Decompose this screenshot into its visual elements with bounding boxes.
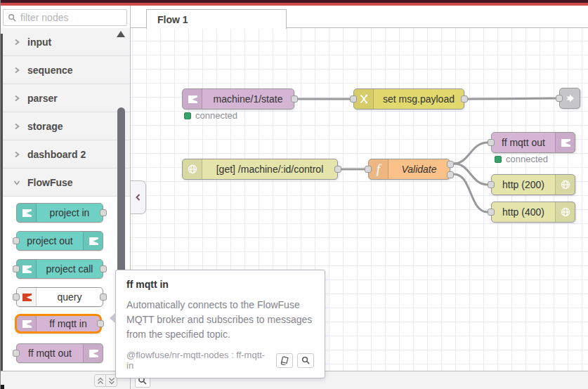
input-port	[13, 237, 20, 244]
category-label: parser	[27, 93, 58, 104]
status-text: connected	[195, 110, 237, 121]
category-label: storage	[27, 121, 63, 132]
tooltip-description: Automatically connects to the FlowFuse M…	[126, 298, 314, 342]
node-status: connected	[495, 154, 548, 164]
open-docs-button[interactable]	[276, 353, 293, 368]
output-port	[100, 209, 107, 216]
output-port[interactable]	[334, 166, 341, 173]
node-ff-mqtt-out[interactable]: ff mqtt out	[491, 132, 575, 153]
palette-node-query[interactable]: query	[16, 287, 103, 307]
wire[interactable]	[468, 98, 556, 99]
chevron-right-icon	[13, 39, 20, 46]
ff-mqtt-icon	[183, 89, 202, 109]
node-http-response-400[interactable]: http (400)	[491, 202, 575, 223]
tooltip-module-id: @flowfuse/nr-mqtt-nodes : ff-mqtt-in	[126, 350, 272, 371]
palette-search-bar	[1, 6, 130, 28]
category-label: FlowFuse	[27, 177, 73, 188]
node-function-validate[interactable]: f Validate	[368, 159, 450, 180]
palette-node-project-in[interactable]: project in	[16, 203, 103, 223]
palette-toggle-flap[interactable]	[131, 180, 146, 214]
output-port	[97, 320, 104, 327]
input-port[interactable]	[350, 95, 357, 103]
output-port	[100, 265, 107, 272]
book-icon	[280, 355, 289, 365]
tooltip-footer: @flowfuse/nr-mqtt-nodes : ff-mqtt-in	[126, 350, 314, 371]
palette-node-label: project in	[37, 207, 103, 218]
input-port	[13, 350, 20, 357]
collapse-all-categories-button[interactable]	[94, 374, 106, 387]
palette-category-storage[interactable]: storage	[1, 112, 130, 140]
wire[interactable]	[454, 174, 488, 212]
ff-mqtt-icon	[83, 344, 103, 362]
input-port	[13, 265, 20, 272]
tab-label: Flow 1	[157, 14, 188, 25]
ff-mqtt-icon	[555, 133, 575, 152]
output-port-1[interactable]	[447, 161, 454, 168]
flowfuse-project-icon	[17, 204, 37, 222]
palette-category-input[interactable]: input	[1, 28, 130, 56]
category-label: sequence	[27, 65, 73, 76]
palette-node-label: project out	[17, 235, 83, 246]
globe-icon	[183, 159, 202, 179]
flowfuse-project-icon	[17, 260, 37, 278]
palette-category-flowfuse[interactable]: FlowFuse	[1, 169, 130, 197]
tooltip-arrow	[110, 312, 116, 324]
palette-node-list: project in project out project call	[1, 197, 130, 371]
node-mqtt-in-machine-state[interactable]: machine/1/state	[182, 88, 294, 110]
node-label: http (200)	[492, 179, 555, 190]
node-label: set msg.payload	[374, 93, 464, 105]
palette-node-ff-mqtt-in[interactable]: ff mqtt in	[15, 314, 102, 334]
ff-mqtt-icon	[17, 316, 37, 331]
palette-node-label: ff mqtt out	[17, 348, 83, 359]
palette-node-label: ff mqtt in	[37, 318, 100, 329]
workspace-tabbar: Flow 1	[131, 6, 588, 28]
palette-node-project-out[interactable]: project out	[16, 231, 103, 251]
globe-icon	[555, 202, 575, 222]
link-out-arrow-icon	[564, 93, 575, 104]
window-corner	[1, 385, 4, 389]
palette-category-parser[interactable]: parser	[1, 84, 130, 112]
category-label: dashboard 2	[27, 149, 86, 160]
output-port	[100, 294, 107, 301]
double-chevron-down-icon	[108, 377, 115, 385]
palette-node-label: project call	[37, 263, 103, 275]
input-port[interactable]	[556, 95, 563, 102]
double-chevron-up-icon	[97, 377, 104, 385]
palette-category-sequence[interactable]: sequence	[1, 56, 130, 84]
palette-left-scroll-edge	[1, 34, 3, 376]
input-port[interactable]	[365, 166, 372, 173]
wire[interactable]	[454, 143, 488, 164]
node-http-response-200[interactable]: http (200)	[491, 174, 575, 195]
palette-node-ff-mqtt-out[interactable]: ff mqtt out	[16, 343, 103, 363]
palette-category-dashboard2[interactable]: dashboard 2	[1, 140, 130, 169]
node-info-tooltip: ff mqtt in Automatically connects to the…	[115, 270, 325, 378]
node-link-out[interactable]	[559, 88, 580, 109]
chevron-right-icon	[13, 151, 20, 158]
chevron-right-icon	[13, 67, 20, 74]
node-http-in-machine-control[interactable]: [get] /machine/:id/control	[182, 159, 338, 180]
output-port[interactable]	[291, 95, 298, 103]
input-port[interactable]	[488, 139, 495, 146]
category-label: input	[27, 37, 51, 48]
palette-scroll-up-icon[interactable]	[117, 31, 125, 37]
node-status: connected	[184, 110, 237, 121]
filter-nodes-input[interactable]	[20, 12, 122, 23]
chevron-left-icon	[134, 193, 142, 202]
input-port[interactable]	[488, 209, 495, 216]
tooltip-title: ff mqtt in	[126, 279, 314, 290]
output-port[interactable]	[461, 95, 468, 103]
status-text: connected	[506, 154, 548, 164]
chevron-right-icon	[13, 95, 20, 102]
palette-node-label: query	[37, 291, 103, 303]
input-port[interactable]	[488, 181, 495, 188]
function-icon: f	[369, 159, 388, 179]
palette-node-project-call[interactable]: project call	[16, 259, 103, 279]
tab-flow1[interactable]: Flow 1	[146, 9, 287, 29]
find-in-palette-button[interactable]	[297, 353, 314, 368]
output-port-2[interactable]	[447, 171, 454, 178]
status-dot-green	[495, 156, 502, 163]
node-change-set-payload[interactable]: set msg.payload	[353, 88, 464, 110]
query-icon	[17, 288, 37, 306]
globe-icon	[555, 175, 575, 194]
node-label: machine/1/state	[202, 93, 294, 105]
